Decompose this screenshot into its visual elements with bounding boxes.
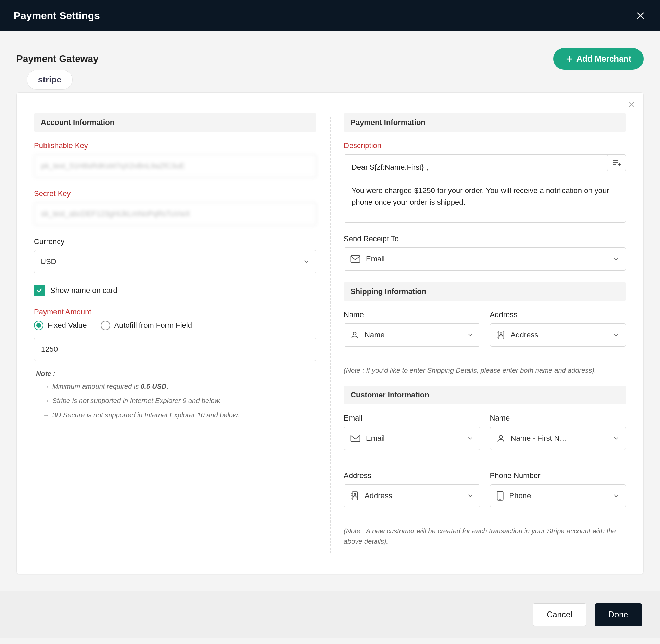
cust-address-select[interactable]: Address: [344, 484, 480, 507]
note-heading: Note :: [36, 370, 316, 378]
cust-name-label: Name: [490, 414, 626, 423]
address-icon: [350, 491, 359, 501]
address-icon: [496, 330, 505, 340]
svg-point-21: [354, 493, 356, 495]
svg-point-14: [500, 333, 502, 334]
description-line2: You were charged $1250 for your order. Y…: [352, 185, 618, 208]
add-merchant-button[interactable]: Add Merchant: [553, 48, 644, 70]
done-button[interactable]: Done: [595, 603, 642, 626]
modal-header: Payment Settings: [0, 0, 660, 31]
cust-email-select[interactable]: Email: [344, 427, 480, 450]
person-icon: [496, 434, 505, 443]
publishable-key-input[interactable]: [34, 154, 316, 178]
card-wrap: stripe Account Information Publishable K…: [0, 70, 660, 574]
section-payment-information: Payment Information: [344, 113, 626, 132]
send-receipt-label: Send Receipt To: [344, 234, 626, 243]
add-merchant-label: Add Merchant: [576, 54, 631, 64]
chevron-down-icon: [467, 435, 474, 442]
sub-header: Payment Gateway Add Merchant: [0, 31, 660, 70]
cust-phone-value: Phone: [509, 491, 531, 500]
svg-point-19: [499, 435, 502, 438]
radio-autofill-label: Autofill from Form Field: [114, 321, 192, 330]
mail-icon: [350, 434, 360, 442]
svg-point-12: [353, 332, 356, 335]
ship-address-label: Address: [490, 310, 626, 319]
description-textarea[interactable]: Dear ${zf:Name.First} , You were charged…: [344, 154, 626, 223]
radio-autofill[interactable]: Autofill from Form Field: [101, 321, 192, 330]
cust-address-label: Address: [344, 471, 480, 480]
secret-key-input[interactable]: [34, 202, 316, 226]
svg-rect-18: [351, 435, 360, 442]
payment-amount-label: Payment Amount: [34, 308, 316, 317]
note-item: Stripe is not supported in Internet Expl…: [43, 396, 316, 406]
svg-rect-11: [351, 256, 360, 262]
chevron-down-icon: [467, 332, 474, 338]
note-list: Minimum amount required is 0.5 USD. Stri…: [34, 381, 316, 420]
ship-address-value: Address: [511, 331, 538, 339]
section-shipping-information: Shipping Information: [344, 282, 626, 301]
note-item: Minimum amount required is 0.5 USD.: [43, 381, 316, 391]
plus-icon: [566, 55, 573, 63]
cancel-button[interactable]: Cancel: [533, 603, 586, 626]
radio-fixed-label: Fixed Value: [48, 321, 87, 330]
note-item: 3D Secure is not supported in Internet E…: [43, 410, 316, 420]
cust-email-value: Email: [366, 434, 385, 443]
merchant-chip-stripe[interactable]: stripe: [27, 70, 73, 90]
insert-field-icon: [612, 159, 621, 167]
ship-name-select[interactable]: Name: [344, 323, 480, 347]
show-name-label: Show name on card: [50, 286, 117, 295]
page-title: Payment Gateway: [16, 53, 99, 64]
chevron-down-icon: [613, 492, 620, 499]
chevron-down-icon: [613, 332, 620, 338]
cust-name-select[interactable]: Name - First N…: [490, 427, 626, 450]
modal-title: Payment Settings: [14, 10, 100, 22]
ship-name-value: Name: [365, 331, 385, 339]
card-close-icon[interactable]: [625, 98, 638, 111]
footer: Cancel Done: [0, 591, 660, 638]
section-account-information: Account Information: [34, 113, 316, 132]
send-receipt-value: Email: [366, 255, 385, 263]
customer-note: (Note : A new customer will be created f…: [344, 526, 626, 546]
ship-address-select[interactable]: Address: [490, 323, 626, 347]
cust-address-value: Address: [365, 491, 392, 500]
send-receipt-select[interactable]: Email: [344, 247, 626, 271]
phone-icon: [496, 491, 504, 501]
chevron-down-icon: [467, 492, 474, 499]
ship-name-label: Name: [344, 310, 480, 319]
left-column: Account Information Publishable Key Secr…: [34, 113, 316, 557]
cust-phone-label: Phone Number: [490, 471, 626, 480]
description-line1: Dear ${zf:Name.First} ,: [352, 162, 618, 173]
publishable-key-label: Publishable Key: [34, 141, 316, 150]
shipping-note: (Note : If you'd like to enter Shipping …: [344, 365, 626, 375]
payment-amount-input[interactable]: [34, 338, 316, 361]
section-customer-information: Customer Information: [344, 386, 626, 404]
insert-field-button[interactable]: [607, 154, 626, 171]
mail-icon: [350, 255, 360, 263]
cust-email-label: Email: [344, 414, 480, 423]
right-column: Payment Information Description: [344, 113, 626, 557]
radio-selected-icon: [34, 321, 43, 330]
chevron-down-icon: [613, 256, 620, 262]
secret-key-label: Secret Key: [34, 189, 316, 198]
chevron-down-icon: [303, 258, 310, 265]
currency-label: Currency: [34, 237, 316, 246]
currency-value: USD: [40, 257, 56, 266]
show-name-checkbox-row[interactable]: Show name on card: [34, 285, 316, 296]
cust-phone-select[interactable]: Phone: [490, 484, 626, 507]
description-label: Description: [344, 141, 626, 150]
checkbox-checked-icon: [34, 285, 45, 296]
currency-select[interactable]: USD: [34, 250, 316, 273]
radio-unselected-icon: [101, 321, 110, 330]
merchant-card: Account Information Publishable Key Secr…: [16, 92, 644, 574]
cust-name-value: Name - First N…: [511, 434, 567, 443]
person-icon: [350, 331, 359, 339]
close-icon[interactable]: [635, 10, 646, 22]
radio-fixed-value[interactable]: Fixed Value: [34, 321, 87, 330]
chevron-down-icon: [613, 435, 620, 442]
